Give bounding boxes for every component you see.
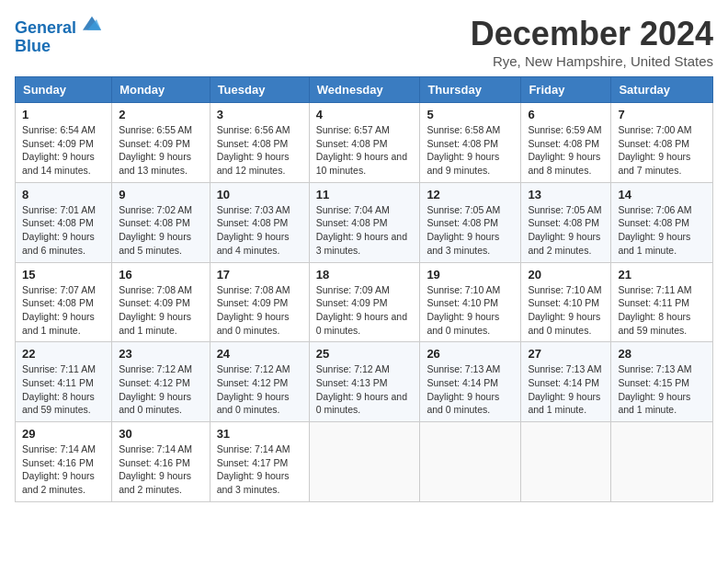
day-detail: Sunrise: 7:01 AMSunset: 4:08 PMDaylight:… xyxy=(22,203,105,258)
calendar-header-row: SundayMondayTuesdayWednesdayThursdayFrid… xyxy=(16,77,713,103)
day-detail: Sunrise: 7:05 AMSunset: 4:08 PMDaylight:… xyxy=(528,203,604,258)
calendar-cell: 13Sunrise: 7:05 AMSunset: 4:08 PMDayligh… xyxy=(521,182,611,262)
day-number: 25 xyxy=(316,347,414,361)
day-number: 27 xyxy=(528,347,604,361)
day-detail: Sunrise: 7:00 AMSunset: 4:08 PMDaylight:… xyxy=(618,123,706,178)
day-detail: Sunrise: 7:13 AMSunset: 4:14 PMDaylight:… xyxy=(427,362,514,417)
calendar-cell: 15Sunrise: 7:07 AMSunset: 4:08 PMDayligh… xyxy=(16,262,112,342)
calendar-week-row: 8Sunrise: 7:01 AMSunset: 4:08 PMDaylight… xyxy=(16,182,713,262)
day-detail: Sunrise: 7:03 AMSunset: 4:08 PMDaylight:… xyxy=(217,203,302,258)
calendar-cell: 23Sunrise: 7:12 AMSunset: 4:12 PMDayligh… xyxy=(112,342,210,422)
day-number: 7 xyxy=(618,108,706,121)
weekday-header-sunday: Sunday xyxy=(16,77,112,103)
calendar-cell: 3Sunrise: 6:56 AMSunset: 4:08 PMDaylight… xyxy=(210,103,309,183)
day-detail: Sunrise: 7:08 AMSunset: 4:09 PMDaylight:… xyxy=(217,283,302,338)
day-detail: Sunrise: 7:05 AMSunset: 4:08 PMDaylight:… xyxy=(427,203,514,258)
day-detail: Sunrise: 7:02 AMSunset: 4:08 PMDaylight:… xyxy=(119,203,202,258)
day-detail: Sunrise: 7:11 AMSunset: 4:11 PMDaylight:… xyxy=(22,362,105,417)
calendar-cell: 27Sunrise: 7:13 AMSunset: 4:14 PMDayligh… xyxy=(521,342,611,422)
calendar-cell: 22Sunrise: 7:11 AMSunset: 4:11 PMDayligh… xyxy=(16,342,112,422)
calendar-cell: 6Sunrise: 6:59 AMSunset: 4:08 PMDaylight… xyxy=(521,103,611,183)
day-number: 14 xyxy=(618,188,706,201)
weekday-header-friday: Friday xyxy=(521,77,611,103)
day-detail: Sunrise: 7:13 AMSunset: 4:15 PMDaylight:… xyxy=(618,362,706,417)
day-detail: Sunrise: 6:54 AMSunset: 4:09 PMDaylight:… xyxy=(22,123,105,178)
calendar-cell: 17Sunrise: 7:08 AMSunset: 4:09 PMDayligh… xyxy=(210,262,309,342)
day-number: 12 xyxy=(427,188,514,201)
day-detail: Sunrise: 7:04 AMSunset: 4:08 PMDaylight:… xyxy=(316,203,414,258)
day-number: 31 xyxy=(217,427,302,441)
day-detail: Sunrise: 7:11 AMSunset: 4:11 PMDaylight:… xyxy=(618,283,706,338)
calendar-cell: 10Sunrise: 7:03 AMSunset: 4:08 PMDayligh… xyxy=(210,182,309,262)
day-detail: Sunrise: 7:10 AMSunset: 4:10 PMDaylight:… xyxy=(528,283,604,338)
weekday-header-monday: Monday xyxy=(112,77,210,103)
weekday-header-tuesday: Tuesday xyxy=(210,77,309,103)
calendar-cell xyxy=(420,422,521,502)
calendar-cell: 24Sunrise: 7:12 AMSunset: 4:12 PMDayligh… xyxy=(210,342,309,422)
calendar-cell: 1Sunrise: 6:54 AMSunset: 4:09 PMDaylight… xyxy=(16,103,112,183)
day-number: 20 xyxy=(528,268,604,282)
calendar-cell: 4Sunrise: 6:57 AMSunset: 4:08 PMDaylight… xyxy=(309,103,420,183)
day-number: 16 xyxy=(119,268,202,282)
day-detail: Sunrise: 7:13 AMSunset: 4:14 PMDaylight:… xyxy=(528,362,604,417)
day-detail: Sunrise: 6:56 AMSunset: 4:08 PMDaylight:… xyxy=(217,123,302,178)
calendar-cell: 21Sunrise: 7:11 AMSunset: 4:11 PMDayligh… xyxy=(611,262,713,342)
title-block: December 2024 Rye, New Hampshire, United… xyxy=(471,15,713,69)
day-detail: Sunrise: 7:12 AMSunset: 4:12 PMDaylight:… xyxy=(119,362,202,417)
day-detail: Sunrise: 7:07 AMSunset: 4:08 PMDaylight:… xyxy=(22,283,105,338)
day-detail: Sunrise: 7:10 AMSunset: 4:10 PMDaylight:… xyxy=(427,283,514,338)
day-number: 10 xyxy=(217,188,302,201)
calendar-cell: 11Sunrise: 7:04 AMSunset: 4:08 PMDayligh… xyxy=(309,182,420,262)
day-number: 28 xyxy=(618,347,706,361)
day-number: 4 xyxy=(316,108,414,121)
day-number: 8 xyxy=(22,188,105,201)
day-number: 2 xyxy=(119,108,202,121)
calendar-cell: 14Sunrise: 7:06 AMSunset: 4:08 PMDayligh… xyxy=(611,182,713,262)
day-number: 21 xyxy=(618,268,706,282)
calendar-week-row: 1Sunrise: 6:54 AMSunset: 4:09 PMDaylight… xyxy=(16,103,713,183)
calendar-cell xyxy=(309,422,420,502)
logo-text: General xyxy=(15,15,101,38)
day-number: 17 xyxy=(217,268,302,282)
calendar-cell: 18Sunrise: 7:09 AMSunset: 4:09 PMDayligh… xyxy=(309,262,420,342)
calendar-cell: 31Sunrise: 7:14 AMSunset: 4:17 PMDayligh… xyxy=(210,422,309,502)
calendar-cell: 30Sunrise: 7:14 AMSunset: 4:16 PMDayligh… xyxy=(112,422,210,502)
day-number: 13 xyxy=(528,188,604,201)
day-number: 30 xyxy=(119,427,202,441)
day-number: 11 xyxy=(316,188,414,201)
month-title: December 2024 xyxy=(471,15,713,53)
calendar-week-row: 15Sunrise: 7:07 AMSunset: 4:08 PMDayligh… xyxy=(16,262,713,342)
day-detail: Sunrise: 7:12 AMSunset: 4:12 PMDaylight:… xyxy=(217,362,302,417)
day-detail: Sunrise: 7:14 AMSunset: 4:16 PMDaylight:… xyxy=(22,442,105,497)
weekday-header-saturday: Saturday xyxy=(611,77,713,103)
day-number: 1 xyxy=(22,108,105,121)
day-detail: Sunrise: 7:14 AMSunset: 4:16 PMDaylight:… xyxy=(119,442,202,497)
day-detail: Sunrise: 6:55 AMSunset: 4:09 PMDaylight:… xyxy=(119,123,202,178)
day-detail: Sunrise: 7:14 AMSunset: 4:17 PMDaylight:… xyxy=(217,442,302,497)
calendar-cell: 20Sunrise: 7:10 AMSunset: 4:10 PMDayligh… xyxy=(521,262,611,342)
day-detail: Sunrise: 6:59 AMSunset: 4:08 PMDaylight:… xyxy=(528,123,604,178)
day-number: 18 xyxy=(316,268,414,282)
weekday-header-wednesday: Wednesday xyxy=(309,77,420,103)
day-number: 29 xyxy=(22,427,105,441)
calendar-cell: 26Sunrise: 7:13 AMSunset: 4:14 PMDayligh… xyxy=(420,342,521,422)
day-number: 26 xyxy=(427,347,514,361)
day-number: 6 xyxy=(528,108,604,121)
calendar-cell: 5Sunrise: 6:58 AMSunset: 4:08 PMDaylight… xyxy=(420,103,521,183)
calendar-cell: 16Sunrise: 7:08 AMSunset: 4:09 PMDayligh… xyxy=(112,262,210,342)
calendar-cell: 9Sunrise: 7:02 AMSunset: 4:08 PMDaylight… xyxy=(112,182,210,262)
day-detail: Sunrise: 7:12 AMSunset: 4:13 PMDaylight:… xyxy=(316,362,414,417)
day-number: 24 xyxy=(217,347,302,361)
location: Rye, New Hampshire, United States xyxy=(471,53,713,69)
day-number: 3 xyxy=(217,108,302,121)
logo-icon xyxy=(83,15,101,33)
day-number: 15 xyxy=(22,268,105,282)
day-number: 9 xyxy=(119,188,202,201)
calendar-cell: 29Sunrise: 7:14 AMSunset: 4:16 PMDayligh… xyxy=(16,422,112,502)
day-detail: Sunrise: 7:08 AMSunset: 4:09 PMDaylight:… xyxy=(119,283,202,338)
day-detail: Sunrise: 6:58 AMSunset: 4:08 PMDaylight:… xyxy=(427,123,514,178)
calendar-cell: 19Sunrise: 7:10 AMSunset: 4:10 PMDayligh… xyxy=(420,262,521,342)
day-number: 5 xyxy=(427,108,514,121)
calendar-cell: 28Sunrise: 7:13 AMSunset: 4:15 PMDayligh… xyxy=(611,342,713,422)
calendar-cell: 8Sunrise: 7:01 AMSunset: 4:08 PMDaylight… xyxy=(16,182,112,262)
